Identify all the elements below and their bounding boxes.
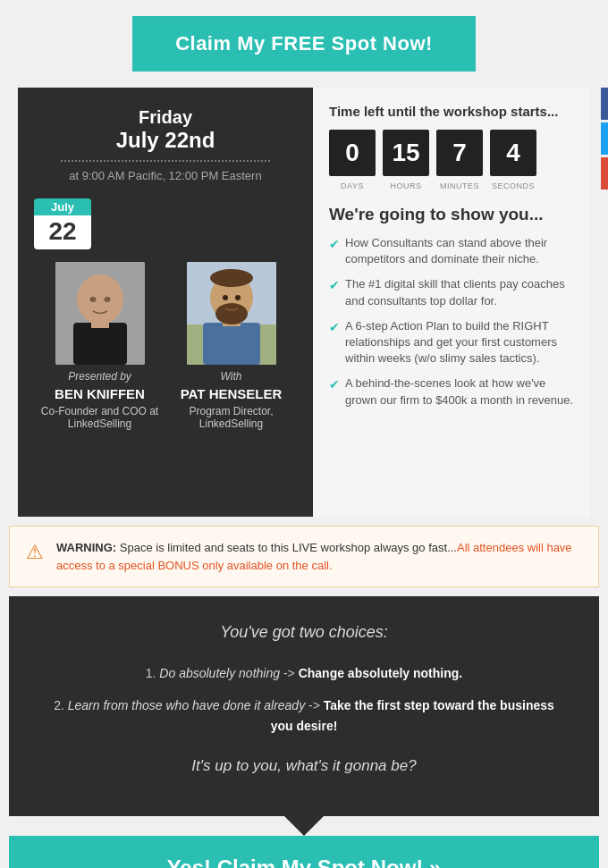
main-content-wrapper: Friday July 22nd at 9:00 AM Pacific, 12:…: [9, 88, 599, 517]
twitter-icon[interactable]: t: [601, 122, 608, 155]
svg-rect-1: [73, 323, 127, 365]
google-plus-icon[interactable]: g+: [601, 157, 608, 190]
pat-photo-svg: [187, 262, 276, 365]
svg-point-4: [89, 297, 96, 302]
bullet-item-1: ✔ How Consultants can stand above their …: [329, 235, 574, 267]
bullet-text-3: A 6-step Action Plan to build the RIGHT …: [345, 318, 574, 367]
bullet-item-3: ✔ A 6-step Action Plan to build the RIGH…: [329, 318, 574, 367]
countdown-row: 0 15 7 4: [329, 130, 574, 176]
presenter-pat-block: With PAT HENSELER Program Director, Link…: [165, 262, 297, 430]
calendar-icon: July 22: [34, 198, 91, 249]
svg-point-5: [104, 297, 110, 302]
svg-point-12: [210, 269, 253, 287]
warning-highlight: All attendees will have access to a spec…: [56, 541, 572, 572]
calendar-row: July 22: [34, 198, 297, 249]
top-cta-section: Claim My FREE Spot Now!: [0, 0, 608, 88]
date-line: July 22nd: [34, 128, 297, 153]
facebook-icon[interactable]: f: [601, 88, 608, 120]
unit-days: DAYS: [329, 181, 376, 190]
left-panel: Friday July 22nd at 9:00 AM Pacific, 12:…: [18, 88, 313, 517]
bottom-section: You've got two choices: 1. Do absolutely…: [9, 596, 599, 816]
show-you-title: We're going to show you...: [329, 205, 574, 224]
countdown-hours: 15: [383, 130, 429, 176]
bottom-cta-button[interactable]: Yes! Claim My Spot Now! »: [167, 855, 442, 868]
arrow-down-icon: [284, 816, 324, 836]
presenters-row: Presented by BEN KNIFFEN Co-Founder and …: [34, 262, 297, 430]
countdown-minutes: 7: [436, 130, 483, 176]
date-divider: [61, 160, 270, 162]
bullet-text-1: How Consultants can stand above their co…: [345, 235, 574, 267]
bullet-text-4: A behind-the-scenes look at how we've gr…: [345, 375, 574, 408]
choice-1-arrow: ->: [280, 666, 299, 680]
warning-bar: ⚠ WARNING: Space is limited and seats to…: [9, 526, 599, 587]
countdown-seconds: 4: [490, 130, 536, 176]
choice-1: 1. Do absolutely nothing -> Change absol…: [45, 663, 563, 683]
ben-photo: [55, 262, 145, 365]
choice-2: 2. Learn from those who have done it alr…: [45, 695, 563, 736]
bullet-list: ✔ How Consultants can stand above their …: [329, 235, 574, 409]
two-choices-text: You've got two choices:: [45, 623, 563, 642]
svg-rect-9: [203, 323, 260, 365]
cal-day: 22: [34, 215, 91, 249]
cal-month: July: [34, 198, 91, 215]
unit-minutes: MINUTES: [436, 181, 483, 190]
choice-1-bold: Change absolutely nothing.: [299, 666, 463, 680]
choice-1-italic: Do absolutely nothing: [159, 666, 280, 680]
closing-text: It's up to you, what's it gonna be?: [45, 757, 563, 775]
date-header: Friday July 22nd: [34, 107, 297, 153]
main-content: Friday July 22nd at 9:00 AM Pacific, 12:…: [18, 88, 590, 517]
arrow-section: [9, 816, 599, 836]
countdown-label: Time left until the workshop starts...: [329, 104, 574, 119]
event-time: at 9:00 AM Pacific, 12:00 PM Eastern: [34, 169, 297, 182]
pat-name: PAT HENSELER: [171, 386, 291, 401]
choice-1-number: 1.: [146, 666, 160, 680]
checkmark-4: ✔: [329, 376, 340, 394]
unit-seconds: SECONDS: [490, 181, 536, 190]
choice-2-number: 2.: [54, 698, 68, 712]
ben-title: Co-Founder and COO at LinkedSelling: [39, 405, 160, 430]
choice-2-arrow: ->: [305, 698, 324, 712]
countdown-labels-row: DAYS HOURS MINUTES SECONDS: [329, 181, 574, 190]
ben-photo-svg: [55, 262, 145, 365]
svg-point-13: [215, 303, 248, 324]
presented-by-label: Presented by: [39, 370, 160, 383]
bullet-item-2: ✔ The #1 digital skill that clients pay …: [329, 276, 574, 308]
right-panel: Time left until the workshop starts... 0…: [313, 88, 590, 517]
with-label: With: [171, 370, 291, 383]
warning-body: Space is limited and seats to this LIVE …: [56, 541, 572, 572]
warning-bold: WARNING:: [56, 541, 116, 554]
ben-name: BEN KNIFFEN: [39, 386, 160, 401]
bullet-text-2: The #1 digital skill that clients pay co…: [345, 276, 574, 308]
bullet-item-4: ✔ A behind-the-scenes look at how we've …: [329, 375, 574, 408]
countdown-days: 0: [329, 130, 376, 176]
unit-hours: HOURS: [383, 181, 429, 190]
svg-point-14: [223, 295, 228, 300]
warning-triangle-icon: ⚠: [26, 541, 44, 564]
choice-2-italic: Learn from those who have done it alread…: [68, 698, 305, 712]
bottom-cta-section: Yes! Claim My Spot Now! »: [9, 836, 599, 868]
svg-point-3: [77, 274, 123, 324]
svg-point-15: [235, 295, 241, 300]
checkmark-3: ✔: [329, 319, 340, 337]
checkmark-2: ✔: [329, 277, 340, 295]
pat-title: Program Director, LinkedSelling: [171, 405, 291, 430]
checkmark-1: ✔: [329, 236, 340, 254]
social-icons: f t g+: [601, 88, 608, 190]
top-cta-button[interactable]: Claim My FREE Spot Now!: [132, 16, 476, 72]
pat-photo: [187, 262, 276, 365]
warning-text: WARNING: Space is limited and seats to t…: [56, 539, 582, 574]
day-name: Friday: [34, 107, 297, 128]
presenter-ben-block: Presented by BEN KNIFFEN Co-Founder and …: [34, 262, 165, 430]
